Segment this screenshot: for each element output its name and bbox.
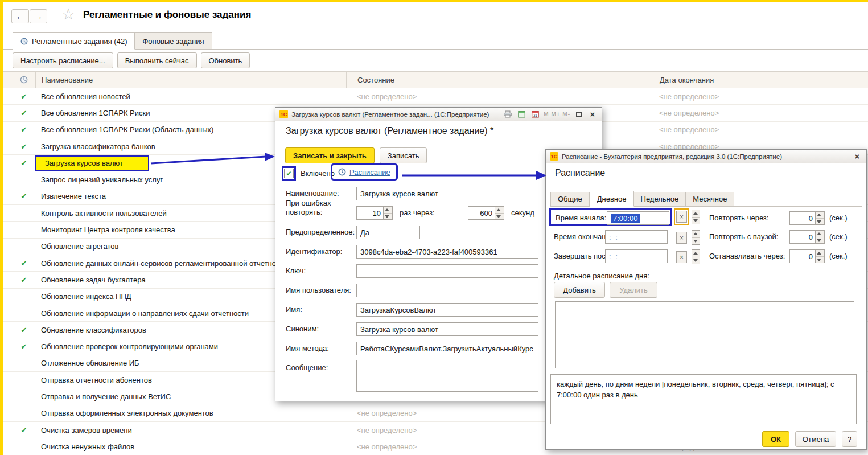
memory-buttons[interactable]: М М+ М- bbox=[544, 111, 570, 117]
start-time-spinner[interactable] bbox=[692, 210, 700, 224]
daily-schedule-list[interactable] bbox=[555, 301, 854, 368]
page-header: ← → ☆ Регламентные и фоновые задания bbox=[3, 2, 868, 31]
calendar-icon[interactable] bbox=[516, 109, 526, 120]
retry-interval-spinner[interactable] bbox=[495, 207, 504, 219]
status-column-clock-icon[interactable] bbox=[13, 76, 35, 84]
forward-button[interactable]: → bbox=[30, 9, 47, 23]
column-header-end-date[interactable]: Дата окончания bbox=[649, 72, 868, 88]
run-now-button[interactable]: Выполнить сейчас bbox=[117, 52, 197, 68]
enabled-checkbox[interactable]: ✔ bbox=[284, 169, 294, 178]
tab-weekly[interactable]: Недельное bbox=[634, 192, 686, 206]
favorites-star-icon[interactable]: ☆ bbox=[61, 5, 75, 23]
tab-scheduled-jobs[interactable]: Регламентные задания (42) bbox=[13, 32, 135, 50]
method-input[interactable]: РаботаСКурсамиВалют.ЗагрузитьАктуальныйК… bbox=[356, 342, 538, 355]
end-time-input[interactable]: : : bbox=[605, 230, 668, 244]
finish-after-spinner[interactable] bbox=[692, 249, 700, 264]
highlighted-job-row[interactable]: Загрузка курсов валют bbox=[35, 155, 149, 171]
enabled-check-icon: ✔ bbox=[13, 276, 35, 284]
end-time-value: : : bbox=[609, 233, 619, 241]
tab-scheduled-label: Регламентные задания (42) bbox=[32, 37, 127, 46]
repeat-input[interactable]: 0 bbox=[789, 211, 825, 225]
close-window-icon[interactable]: × bbox=[587, 109, 598, 120]
end-time-spinner[interactable] bbox=[692, 230, 700, 245]
scheduled-jobs-icon bbox=[20, 38, 28, 45]
add-button[interactable]: Добавить bbox=[554, 282, 605, 298]
schedule-link[interactable]: Расписание bbox=[349, 168, 390, 177]
job-dialog-titlebar[interactable]: 1С Загрузка курсов валют (Регламентное з… bbox=[275, 108, 602, 121]
start-time-clear-button[interactable]: × bbox=[676, 211, 687, 223]
refresh-button[interactable]: Обновить bbox=[201, 52, 250, 68]
repeat-value: 0 bbox=[809, 214, 813, 223]
close-window-icon[interactable]: × bbox=[852, 151, 862, 162]
stop-after-value: 0 bbox=[809, 252, 813, 261]
retry-interval-input[interactable]: 600 bbox=[468, 206, 504, 220]
save-button[interactable]: Записать bbox=[380, 147, 427, 163]
enabled-check-icon: ✔ bbox=[13, 92, 35, 101]
username-label: Имя пользователя: bbox=[286, 286, 351, 294]
identifier-input[interactable]: 3098c4da-eba2-4703-a223-faf400593361 bbox=[356, 245, 538, 259]
start-time-label: Время начала: bbox=[556, 214, 606, 222]
username-input[interactable] bbox=[356, 284, 538, 297]
retry-mid-label: раз через: bbox=[400, 208, 435, 217]
tab-common[interactable]: Общие bbox=[550, 192, 590, 206]
repeat-spinner[interactable] bbox=[815, 212, 824, 224]
start-time-input[interactable]: 7:00:00 bbox=[607, 211, 669, 225]
sysname-input[interactable]: ЗагрузкаКурсовВалют bbox=[356, 303, 538, 317]
end-time-clear-button[interactable]: × bbox=[676, 232, 687, 244]
schedule-dialog-window-title: Расписание - Бухгалтерия предприятия, ре… bbox=[562, 153, 849, 160]
ok-button[interactable]: ОК bbox=[762, 431, 789, 447]
stop-after-spinner[interactable] bbox=[815, 250, 824, 263]
pause-sec-label: (сек.) bbox=[829, 232, 848, 241]
message-textarea[interactable] bbox=[356, 360, 538, 392]
retry-count-spinner[interactable] bbox=[383, 207, 392, 219]
synonym-value: Загрузка курсов валют bbox=[360, 325, 438, 334]
start-time-annotation: Время начала: 7:00:00 bbox=[549, 208, 672, 226]
save-and-close-button[interactable]: Записать и закрыть bbox=[285, 147, 375, 163]
name-value: Загрузка курсов валют bbox=[360, 190, 438, 198]
schedule-dialog-titlebar[interactable]: 1С Расписание - Бухгалтерия предприятия,… bbox=[546, 150, 866, 163]
configure-schedule-button[interactable]: Настроить расписание... bbox=[13, 52, 113, 68]
synonym-label: Синоним: bbox=[286, 325, 319, 333]
column-header-name[interactable]: Наименование bbox=[35, 72, 346, 88]
column-header-state[interactable]: Состояние bbox=[346, 72, 649, 88]
finish-after-clear-button[interactable]: × bbox=[676, 251, 687, 263]
identifier-value: 3098c4da-eba2-4703-a223-faf400593361 bbox=[360, 248, 497, 256]
tab-background-jobs[interactable]: Фоновые задания bbox=[135, 32, 212, 50]
restore-window-icon[interactable] bbox=[574, 109, 584, 120]
table-row[interactable]: ✔Все обновления новостей<не определено><… bbox=[3, 88, 868, 105]
delete-button[interactable]: Удалить bbox=[610, 282, 657, 298]
enabled-check-icon: ✔ bbox=[13, 125, 35, 134]
cancel-button[interactable]: Отмена bbox=[795, 431, 836, 447]
sysname-value: ЗагрузкаКурсовВалют bbox=[360, 306, 436, 314]
help-button[interactable]: ? bbox=[842, 431, 857, 447]
print-icon[interactable] bbox=[503, 109, 513, 120]
tab-background-label: Фоновые задания bbox=[142, 37, 204, 46]
job-end-date-cell: <не определено> bbox=[649, 125, 868, 134]
start-time-value: 7:00:00 bbox=[611, 214, 640, 223]
pause-input[interactable]: 0 bbox=[789, 230, 825, 244]
page-title: Регламентные и фоновые задания bbox=[83, 9, 251, 21]
stop-after-input[interactable]: 0 bbox=[789, 249, 825, 263]
synonym-input[interactable]: Загрузка курсов валют bbox=[356, 322, 538, 336]
tab-monthly[interactable]: Месячное bbox=[686, 192, 734, 206]
back-button[interactable]: ← bbox=[11, 9, 29, 23]
calendar-31-icon[interactable]: 31 bbox=[530, 109, 540, 120]
schedule-link-annotation: Расписание bbox=[331, 163, 398, 181]
job-dialog-window-title: Загрузка курсов валют (Регламентное зада… bbox=[291, 111, 433, 118]
pause-spinner[interactable] bbox=[815, 231, 824, 243]
app-name-suffix: (1С:Предприятие) bbox=[434, 111, 489, 118]
enabled-check-icon: ✔ bbox=[13, 326, 35, 334]
schedule-summary: каждый день, по дням недели [понедельник… bbox=[550, 374, 857, 424]
name-input[interactable]: Загрузка курсов валют bbox=[356, 187, 538, 200]
predefined-input[interactable]: Да bbox=[356, 226, 420, 239]
tab-daily[interactable]: Дневное bbox=[590, 191, 634, 207]
enabled-check-icon: ✔ bbox=[13, 342, 35, 351]
message-label: Сообщение: bbox=[286, 363, 328, 372]
retry-count-input[interactable]: 10 bbox=[356, 206, 393, 220]
method-label: Имя метода: bbox=[286, 344, 329, 352]
pause-label: Повторять с паузой: bbox=[709, 232, 778, 241]
list-toolbar: Настроить расписание... Выполнить сейчас… bbox=[13, 52, 250, 68]
key-input[interactable] bbox=[356, 264, 538, 278]
finish-after-input[interactable]: : : bbox=[605, 249, 668, 263]
retry-count-value: 10 bbox=[373, 209, 381, 218]
